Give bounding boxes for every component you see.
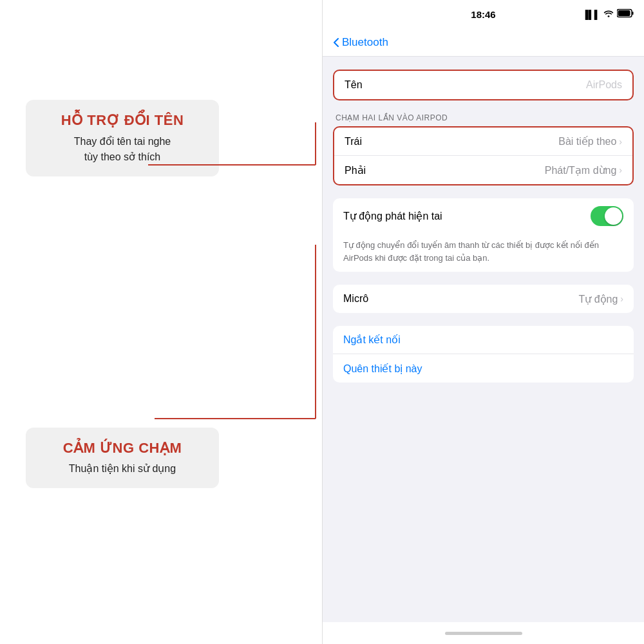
name-group: Tên AirPods [323, 70, 644, 100]
back-button[interactable]: Bluetooth [333, 36, 388, 49]
double-tap-group: CHẠM HAI LẦN VÀO AIRPOD Trái Bài tiếp th… [323, 113, 644, 185]
double-tap-header: CHẠM HAI LẦN VÀO AIRPOD [333, 113, 634, 126]
double-tap-settings-group: Trái Bài tiếp theo › Phải Phát/Tạm dừng … [333, 126, 634, 185]
left-row[interactable]: Trái Bài tiếp theo › [334, 128, 632, 156]
microphone-value: Tự động [578, 293, 618, 305]
settings-content[interactable]: Tên AirPods CHẠM HAI LẦN VÀO AIRPOD Trái… [323, 57, 644, 622]
auto-detect-toggle[interactable] [591, 206, 623, 226]
home-bar [445, 632, 522, 635]
right-row[interactable]: Phải Phát/Tạm dừng › [334, 156, 632, 184]
disconnect-row[interactable]: Ngắt kết nối [333, 326, 634, 354]
auto-detect-label: Tự động phát hiện tai [343, 210, 591, 222]
actions-group: Ngắt kết nối Quên thiết bị này [323, 326, 644, 383]
annotation-title-touch: CẢM ỨNG CHẠM [44, 439, 201, 458]
left-label: Trái [345, 136, 558, 147]
left-value: Bài tiếp theo [558, 135, 616, 147]
name-label: Tên [345, 79, 586, 91]
forget-row[interactable]: Quên thiết bị này [333, 354, 634, 383]
right-chevron-icon: › [619, 165, 622, 175]
microphone-settings-group: Micrô Tự động › [333, 285, 634, 313]
auto-detect-settings-group: Tự động phát hiện tai Tự động chuyển đổi… [333, 198, 634, 272]
microphone-chevron-icon: › [620, 294, 623, 304]
microphone-row[interactable]: Micrô Tự động › [333, 285, 634, 313]
status-icons: ▐▌▌ [582, 9, 634, 20]
forget-label: Quên thiết bị này [343, 363, 422, 375]
auto-detect-group: Tự động phát hiện tai Tự động chuyển đổi… [323, 198, 644, 272]
left-annotation-panel: HỖ TRỢ ĐỔI TÊN Thay đổi tên tai nghetùy … [0, 0, 322, 644]
right-label: Phải [345, 164, 545, 176]
wifi-icon [603, 10, 614, 19]
annotation-box-touch: CẢM ỨNG CHẠM Thuận tiện khi sử dụng [26, 428, 219, 489]
phone-screen: 18:46 ▐▌▌ Bluetooth [322, 0, 644, 644]
nav-bar: Bluetooth [323, 28, 644, 57]
status-time: 18:46 [471, 9, 495, 20]
name-settings-group: Tên AirPods [333, 70, 634, 100]
signal-icon: ▐▌▌ [582, 10, 600, 19]
actions-settings-group: Ngắt kết nối Quên thiết bị này [333, 326, 634, 383]
annotation-title-rename: HỖ TRỢ ĐỔI TÊN [44, 111, 201, 130]
right-value: Phát/Tạm dừng [545, 164, 617, 176]
back-label: Bluetooth [342, 36, 388, 49]
annotation-subtitle-touch: Thuận tiện khi sử dụng [44, 461, 201, 477]
svg-rect-6 [618, 10, 630, 16]
microphone-group: Micrô Tự động › [323, 285, 644, 313]
name-row[interactable]: Tên AirPods [334, 71, 632, 99]
annotation-box-rename: HỖ TRỢ ĐỔI TÊN Thay đổi tên tai nghetùy … [26, 100, 219, 176]
microphone-label: Micrô [343, 293, 578, 305]
auto-detect-row[interactable]: Tự động phát hiện tai [333, 198, 634, 234]
status-bar: 18:46 ▐▌▌ [323, 0, 644, 28]
connector-lines [0, 0, 322, 644]
toggle-knob [605, 207, 622, 225]
auto-detect-description: Tự động chuyển đổi tuyến âm thanh từ các… [333, 234, 634, 272]
home-indicator [323, 622, 644, 644]
battery-icon [617, 9, 634, 20]
disconnect-label: Ngắt kết nối [343, 334, 401, 346]
name-placeholder: AirPods [586, 79, 622, 91]
svg-rect-5 [632, 12, 634, 15]
annotation-subtitle-rename: Thay đổi tên tai nghetùy theo sở thích [44, 134, 201, 165]
left-chevron-icon: › [619, 137, 622, 147]
